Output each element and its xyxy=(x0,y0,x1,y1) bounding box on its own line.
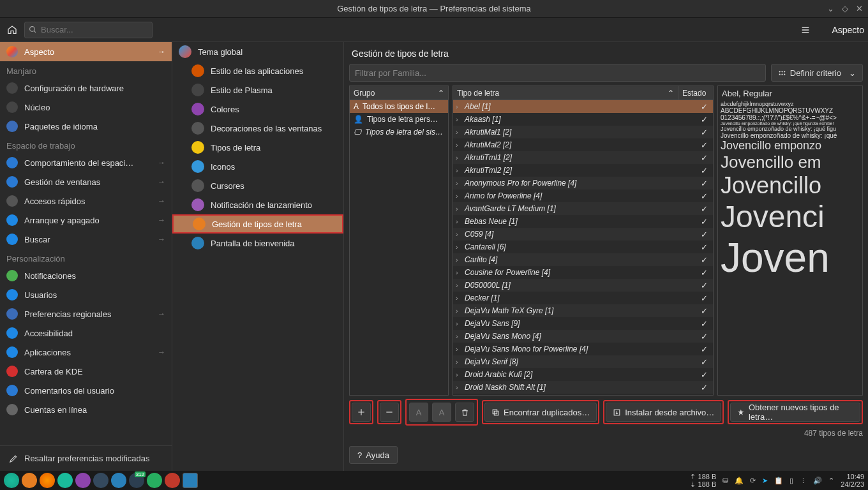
font-family-row[interactable]: ›Anonymous Pro for Powerline [4]✓ xyxy=(453,177,713,189)
app-icon-2[interactable]: 312 xyxy=(129,473,144,488)
group-column-header[interactable]: Grupo⌃ xyxy=(350,86,448,100)
appearance-item[interactable]: Gestión de tipos de letra xyxy=(172,214,343,234)
font-family-row[interactable]: ›AkrutiMal2 [2]✓ xyxy=(453,138,713,151)
font-group-item[interactable]: 👤Tipos de letra pers… xyxy=(350,113,448,126)
tray-disk-icon[interactable]: ⛁ xyxy=(722,477,728,485)
sidebar-item[interactable]: Núcleo xyxy=(0,98,172,117)
font-family-row[interactable]: ›D050000L [1]✓ xyxy=(453,279,713,292)
maximize-icon[interactable]: ◇ xyxy=(842,4,848,13)
font-family-row[interactable]: ›Droid Naskh Shift Alt [1]✓ xyxy=(453,381,713,394)
remove-button[interactable] xyxy=(380,403,399,422)
clock[interactable]: 10:49 24/2/23 xyxy=(841,473,864,488)
tray-telegram-icon[interactable]: ➤ xyxy=(762,477,768,485)
font-family-row[interactable]: ›Droid Arabic Kufi [2]✓ xyxy=(453,368,713,381)
sidebar-item[interactable]: Aplicaciones→ xyxy=(0,343,172,362)
font-family-row[interactable]: ›AvantGarde LT Medium [1]✓ xyxy=(453,202,713,215)
appearance-item[interactable]: Notificación de lanzamiento xyxy=(172,195,343,214)
tray-wifi-icon[interactable]: ⋮ xyxy=(800,477,807,485)
appearance-item[interactable]: Tipos de letra xyxy=(172,138,343,157)
font-family-row[interactable]: ›AkrutiMal1 [2]✓ xyxy=(453,126,713,138)
files-icon[interactable] xyxy=(22,473,37,488)
minimize-icon[interactable]: ⌄ xyxy=(827,4,834,13)
close-icon[interactable]: ✕ xyxy=(856,4,863,13)
define-criteria-button[interactable]: Definir criterio ⌄ xyxy=(771,64,863,82)
font-family-row[interactable]: ›Cantarell [6]✓ xyxy=(453,241,713,253)
delete-button[interactable] xyxy=(455,403,474,422)
tray-chevron-icon[interactable]: ⌃ xyxy=(828,477,834,485)
font-family-row[interactable]: ›Akaash [1]✓ xyxy=(453,113,713,126)
sidebar-item[interactable]: Paquetes de idioma xyxy=(0,117,172,136)
appearance-item[interactable]: Estilo de las aplicaciones xyxy=(172,61,343,80)
sidebar-item[interactable]: Notificaciones xyxy=(0,266,172,285)
search-input[interactable] xyxy=(24,22,153,38)
theme-global-header[interactable]: Tema global xyxy=(172,42,343,61)
sidebar-item[interactable]: Usuarios xyxy=(0,285,172,304)
font-family-row[interactable]: ›DejaVu Serif [8]✓ xyxy=(453,355,713,368)
sidebar-item-aspecto[interactable]: Aspecto→ xyxy=(0,42,172,61)
hamburger-menu-button[interactable] xyxy=(797,22,814,38)
sidebar-item[interactable]: Accesos rápidos→ xyxy=(0,191,172,211)
font-family-row[interactable]: ›AkrutiTml1 [2]✓ xyxy=(453,151,713,164)
help-button[interactable]: ? Ayuda xyxy=(349,446,398,464)
tray-battery-icon[interactable]: ▯ xyxy=(789,477,793,485)
panel-title: Aspecto xyxy=(823,25,864,35)
tray-clipboard-icon[interactable]: 📋 xyxy=(774,477,783,485)
font-family-row[interactable]: ›Decker [1]✓ xyxy=(453,292,713,304)
sidebar-item[interactable]: Preferencias regionales→ xyxy=(0,304,172,323)
get-new-fonts-button[interactable]: Obtener nuevos tipos de letra… xyxy=(730,403,860,422)
font-family-row[interactable]: ›DejaVu Sans Mono for Powerline [4]✓ xyxy=(453,343,713,355)
font-family-row[interactable]: ›Arimo for Powerline [4]✓ xyxy=(453,189,713,202)
sidebar-item[interactable]: Cuentas en línea xyxy=(0,400,172,419)
settings-icon[interactable] xyxy=(183,473,198,488)
steam-icon[interactable] xyxy=(93,473,108,488)
font-group-item[interactable]: 🖵Tipos de letra del sis… xyxy=(350,126,448,138)
tray-bell-icon[interactable]: 🔔 xyxy=(735,477,744,485)
app-icon-3[interactable] xyxy=(147,473,162,488)
font-family-row[interactable]: ›Abel [1]✓ xyxy=(453,100,713,113)
sidebar-item[interactable]: Comportamiento del espaci…→ xyxy=(0,153,172,172)
appearance-item[interactable]: Cursores xyxy=(172,176,343,195)
kate-icon[interactable] xyxy=(57,473,73,488)
sidebar-item[interactable]: Configuración de hardware xyxy=(0,78,172,98)
disable-font-button[interactable]: A xyxy=(432,403,451,422)
highlight-modified-toggle[interactable]: Resaltar preferencias modificadas xyxy=(0,445,172,471)
font-family-row[interactable]: ›C059 [4]✓ xyxy=(453,228,713,241)
sidebar-item[interactable]: Gestión de ventanas→ xyxy=(0,172,172,191)
enable-font-button[interactable]: A xyxy=(409,403,428,422)
app-icon-1[interactable] xyxy=(75,473,91,488)
sidebar-item[interactable]: Buscar→ xyxy=(0,230,172,249)
font-family-row[interactable]: ›DejaVu Math TeX Gyre [1]✓ xyxy=(453,304,713,317)
sidebar-item[interactable]: Accesibilidad xyxy=(0,323,172,343)
tray-volume-icon[interactable]: 🔊 xyxy=(813,477,822,485)
filter-input[interactable]: Filtrar por Familia... xyxy=(349,64,766,82)
font-family-row[interactable]: ›AkrutiTml2 [2]✓ xyxy=(453,164,713,177)
appearance-item[interactable]: Decoraciones de las ventanas xyxy=(172,119,343,138)
sidebar-item[interactable]: Arranque y apagado→ xyxy=(0,211,172,230)
firefox-icon[interactable] xyxy=(40,473,55,488)
svg-point-0 xyxy=(30,27,35,32)
font-family-row[interactable]: ›Carlito [4]✓ xyxy=(453,253,713,266)
app-launcher-icon[interactable] xyxy=(4,473,19,488)
appearance-item[interactable]: Iconos xyxy=(172,157,343,176)
font-family-row[interactable]: ›Bebas Neue [1]✓ xyxy=(453,215,713,228)
appearance-item[interactable]: Pantalla de bienvenida xyxy=(172,234,343,253)
appearance-item[interactable]: Estilo de Plasma xyxy=(172,80,343,100)
preview-line: ABCDEFGHIJKLMNOPQRSTUVWXYZ xyxy=(719,107,861,114)
add-button[interactable] xyxy=(352,403,371,422)
state-column-header[interactable]: Estado xyxy=(678,86,713,100)
font-family-row[interactable]: ›Cousine for Powerline [4]✓ xyxy=(453,266,713,279)
tray-refresh-icon[interactable]: ⟳ xyxy=(750,477,756,485)
sidebar-item[interactable]: Cartera de KDE xyxy=(0,362,172,381)
sidebar-item[interactable]: Comentarios del usuario xyxy=(0,381,172,400)
find-duplicates-button[interactable]: Encontrar duplicados… xyxy=(484,403,597,422)
font-group-item[interactable]: ATodos los tipos de l… xyxy=(350,100,448,113)
page-title: Gestión de tipos de letra xyxy=(349,47,863,60)
home-button[interactable] xyxy=(4,22,20,38)
font-family-row[interactable]: ›DejaVu Sans Mono [4]✓ xyxy=(453,330,713,343)
install-from-file-button[interactable]: Instalar desde archivo… xyxy=(606,403,721,422)
opera-icon[interactable] xyxy=(165,473,180,488)
terminal-icon[interactable] xyxy=(111,473,126,488)
type-column-header[interactable]: Tipo de letra⌃ xyxy=(453,86,678,100)
appearance-item[interactable]: Colores xyxy=(172,100,343,119)
font-family-row[interactable]: ›DejaVu Sans [9]✓ xyxy=(453,317,713,330)
